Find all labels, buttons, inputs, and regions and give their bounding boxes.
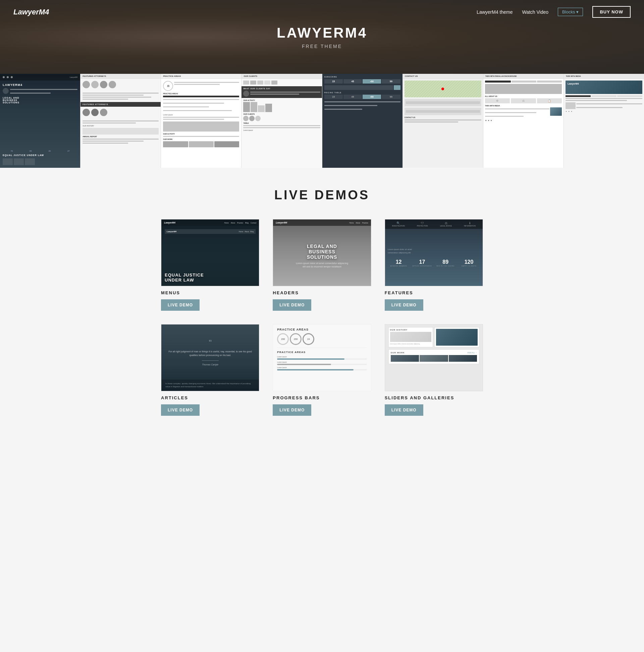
chevron-down-icon: ▾ xyxy=(576,9,579,15)
demo-label-headers: HEADERS xyxy=(273,290,371,295)
demo-label-progress: PROGRESS BARS xyxy=(273,395,371,400)
demo-card-headers: LawyerM4 HomeAboutPractice LEGAL ANDBUSI… xyxy=(273,219,371,311)
demo-thumb-progress: PRACTICE AREAS 260 260 24 PRACTICE AREAS… xyxy=(273,324,371,391)
demo-thumb-menus: LawyerM4 HomeAboutPracticeBlogContact La… xyxy=(161,219,259,286)
demo-thumb-articles: " For all right judgment of man or thing… xyxy=(161,324,259,391)
navbar: LawyerM4 LawyerM4 theme Watch Video Bloc… xyxy=(0,0,644,24)
navbar-links: LawyerM4 theme Watch Video Blocks ▾ BUY … xyxy=(477,6,631,18)
demo-label-menus: MENUS xyxy=(161,290,259,295)
hero-subtitle: FREE THEME xyxy=(277,44,367,49)
demo-thumb-sliders: OUR HISTORY Lorem ipsum dolor sit amet c… xyxy=(385,324,483,391)
demos-grid: LawyerM4 HomeAboutPracticeBlogContact La… xyxy=(161,219,483,416)
strip-item-8[interactable]: TABS WITH MEDIA LawyerM4 xyxy=(564,74,644,168)
watch-video-link[interactable]: Watch Video xyxy=(522,9,549,15)
hero-content: LAWYERM4 FREE THEME xyxy=(277,25,367,49)
demo-btn-headers[interactable]: LIVE DEMO xyxy=(273,299,311,311)
demo-btn-features[interactable]: LIVE DEMO xyxy=(385,299,423,311)
strip-item-3[interactable]: PRACTICE AREAS ⚖ PRACTICE AREAS xyxy=(161,74,242,168)
demo-label-articles: ARTICLES xyxy=(161,395,259,400)
demo-btn-progress[interactable]: LIVE DEMO xyxy=(273,404,311,416)
blocks-button[interactable]: Blocks ▾ xyxy=(558,8,583,16)
demo-card-articles: " For all right judgment of man or thing… xyxy=(161,324,259,416)
demo-btn-articles[interactable]: LIVE DEMO xyxy=(161,404,200,416)
strip-item-2[interactable]: FEATURED ATTORNEYS FEATURED ATTORNEYS xyxy=(81,74,161,168)
strip-item-6[interactable]: CONTACT US CONTACT US xyxy=(403,74,483,168)
demo-card-sliders: OUR HISTORY Lorem ipsum dolor sit amet c… xyxy=(385,324,483,416)
demo-card-menus: LawyerM4 HomeAboutPracticeBlogContact La… xyxy=(161,219,259,311)
demo-thumb-features: 🔍 INVESTIGATION 🛡 PROTECTION ⚖ LEGAL ADV… xyxy=(385,219,483,286)
demo-card-features: 🔍 INVESTIGATION 🛡 PROTECTION ⚖ LEGAL ADV… xyxy=(385,219,483,311)
buy-now-button[interactable]: BUY NOW xyxy=(592,6,631,18)
live-demos-section: LIVE DEMOS LawyerM4 HomeAboutPracticeBlo… xyxy=(0,168,644,443)
demo-label-features: FEATURES xyxy=(385,290,483,295)
blocks-label: Blocks xyxy=(562,9,575,15)
strip-item-1[interactable]: LawyerM4 LAWYERM4 LEGAL ANDBUSINESSSOLUT… xyxy=(0,74,81,168)
demo-btn-sliders[interactable]: LIVE DEMO xyxy=(385,404,423,416)
demo-label-sliders: SLIDERS AND GALLERIES xyxy=(385,395,483,400)
hero-title: LAWYERM4 xyxy=(277,25,367,41)
demo-thumb-headers: LawyerM4 HomeAboutPractice LEGAL ANDBUSI… xyxy=(273,219,371,286)
strip-item-7[interactable]: TABS WITH PARALLAX BACKGROUND ALL ABOUT … xyxy=(483,74,564,168)
navbar-logo: LawyerM4 xyxy=(13,8,477,17)
demo-card-progress: PRACTICE AREAS 260 260 24 PRACTICE AREAS… xyxy=(273,324,371,416)
demo-btn-menus[interactable]: LIVE DEMO xyxy=(161,299,200,311)
strip-item-5[interactable]: SUBSCRIBE 15 45 •90 99 PRICING TABLE 15 … xyxy=(322,74,403,168)
theme-link[interactable]: LawyerM4 theme xyxy=(477,9,512,15)
live-demos-title: LIVE DEMOS xyxy=(13,188,631,202)
strip-item-4[interactable]: OUR CLIENTS WHAT OUR CLIENTS SAY xyxy=(242,74,322,168)
screenshot-strip: LawyerM4 LAWYERM4 LEGAL ANDBUSINESSSOLUT… xyxy=(0,74,644,168)
